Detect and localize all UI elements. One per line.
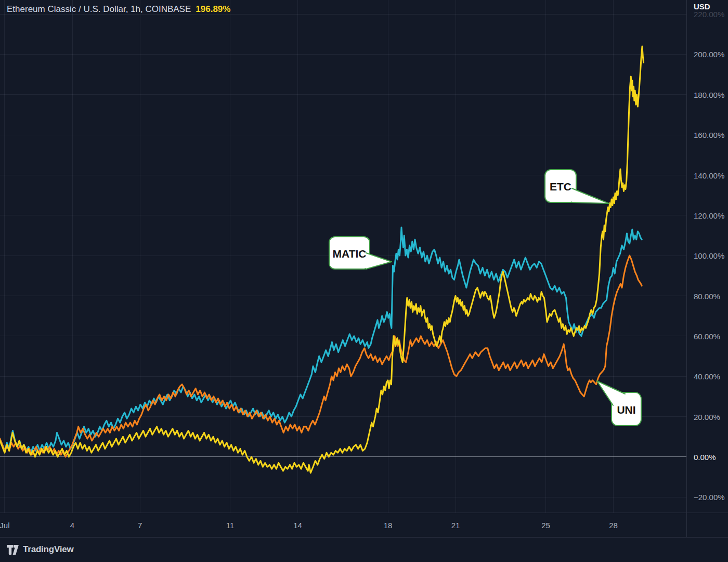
price-tick-label: 120.00% [694,211,724,220]
tradingview-chart-widget: MATICETCUNI Ethereum Classic / U.S. Doll… [0,0,728,562]
time-tick-label: 14 [293,521,302,530]
chart-legend: Ethereum Classic / U.S. Dollar, 1h, COIN… [7,4,230,15]
time-axis[interactable]: Jul47111418212528 [0,513,728,538]
time-tick-label: 7 [138,521,142,530]
price-tick-label: 100.00% [694,251,724,260]
callout-label: MATIC [333,248,367,260]
price-tick-label: 160.00% [694,131,724,139]
time-tick-label: 21 [451,521,460,530]
time-tick-label: 28 [609,521,618,530]
price-tick-label: 140.00% [694,171,724,180]
time-tick-label: 4 [70,521,74,530]
time-tick-label: 11 [226,521,235,530]
symbol-title[interactable]: Ethereum Classic / U.S. Dollar, 1h, COIN… [7,4,191,14]
callout-label: UNI [617,404,635,416]
price-tick-label: 20.00% [694,412,720,421]
change-percent-value: 196.89% [196,4,230,14]
callout-matic[interactable]: MATIC [329,237,392,269]
price-tick-label: 180.00% [694,90,724,99]
price-axis[interactable]: USD 220.00%200.00%180.00%160.00%140.00%1… [686,0,728,538]
callout-uni[interactable]: UNI [597,381,641,426]
tradingview-logo-text: TradingView [23,544,74,555]
price-tick-label: 40.00% [694,372,720,381]
price-tick-label: 200.00% [694,50,724,59]
chart-plot-area[interactable]: MATICETCUNI [0,0,686,513]
bottom-bar: TradingView [0,538,728,562]
series-line-etc[interactable] [0,46,644,473]
callout-label: ETC [550,181,571,193]
price-tick-label: 220.00% [694,10,724,19]
price-tick-label: 80.00% [694,291,720,300]
callout-etc[interactable]: ETC [545,170,609,203]
time-tick-label: 25 [541,521,550,530]
tradingview-logo[interactable]: TradingView [7,544,74,555]
time-tick-label: Jul [0,521,9,530]
price-tick-label: −20.00% [694,493,725,502]
price-tick-label: 60.00% [694,331,720,340]
time-tick-label: 18 [384,521,393,530]
tradingview-logo-icon [7,545,19,555]
price-tick-label: 0.00% [694,452,716,461]
